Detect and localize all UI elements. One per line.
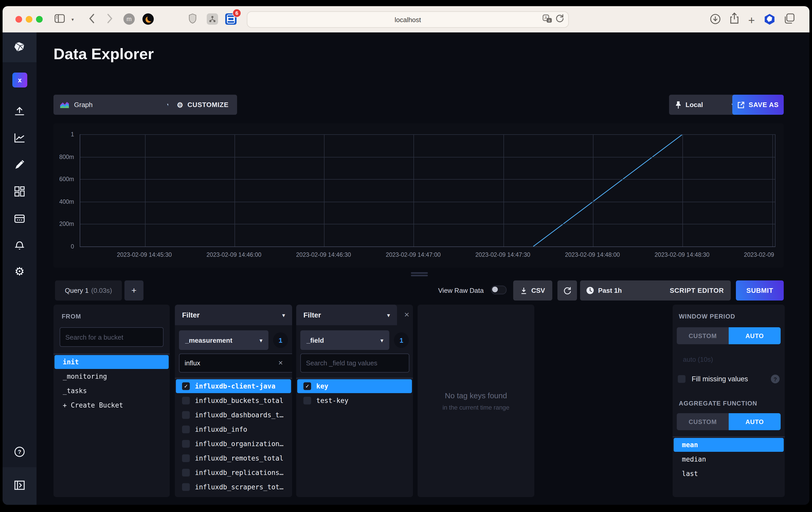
measurement-item[interactable]: ✓influxdb-client-java: [176, 379, 291, 393]
checkbox-icon[interactable]: [182, 440, 190, 448]
remove-filter-icon[interactable]: ×: [404, 310, 409, 320]
measurement-item[interactable]: influxdb_replications…: [176, 465, 291, 479]
clear-search-icon[interactable]: ×: [278, 358, 283, 367]
field-item[interactable]: ✓key: [297, 379, 412, 393]
bucket-item[interactable]: _tasks: [55, 384, 169, 398]
checkbox-checked-icon[interactable]: ✓: [303, 382, 311, 390]
checkbox-checked-icon[interactable]: ✓: [182, 382, 190, 390]
chevron-down-icon: ▾: [260, 337, 262, 343]
url-bar[interactable]: localhost: [247, 11, 569, 28]
window-auto-button[interactable]: AUTO: [729, 327, 781, 344]
alerts-icon[interactable]: [3, 235, 36, 255]
y-tick-label: 600m: [43, 176, 74, 182]
gridline: [80, 202, 775, 202]
script-editor-label: SCRIPT EDITOR: [670, 287, 724, 294]
influxdb-logo[interactable]: [3, 32, 36, 62]
aggregate-custom-button[interactable]: CUSTOM: [677, 413, 729, 430]
query-tab[interactable]: Query 1 (0.03s): [55, 280, 122, 300]
load-data-icon[interactable]: [3, 101, 36, 122]
sidebar-chevron-icon[interactable]: ▾: [71, 17, 74, 22]
share-icon[interactable]: [729, 12, 740, 25]
field-filter-panel: Filter ▾ × _field ▾ 1 ✓keytest-key: [296, 305, 413, 497]
filter-type-dropdown[interactable]: Filter ▾: [175, 305, 292, 325]
close-window-button[interactable]: [16, 16, 22, 23]
checkbox-icon[interactable]: [303, 397, 311, 404]
checkbox-icon[interactable]: [182, 454, 190, 462]
filter-type-dropdown[interactable]: Filter ▾: [296, 305, 397, 325]
aggregate-segmented: CUSTOM AUTO: [677, 413, 781, 430]
time-range-dropdown[interactable]: Past 1h ▾: [580, 280, 673, 300]
view-raw-data-toggle[interactable]: [491, 286, 506, 294]
divider: [54, 353, 170, 354]
org-avatar-button[interactable]: x: [12, 73, 27, 87]
bucket-search-input[interactable]: [60, 327, 164, 347]
script-editor-button[interactable]: SCRIPT EDITOR: [663, 280, 731, 300]
plot-area[interactable]: [80, 134, 776, 247]
aggregate-function-item[interactable]: mean: [674, 438, 784, 452]
bucket-item[interactable]: + Create Bucket: [55, 398, 169, 412]
dark-mode-extension-icon[interactable]: [142, 14, 154, 25]
add-query-button[interactable]: +: [124, 280, 143, 300]
checkbox-icon[interactable]: [182, 483, 190, 491]
new-tab-icon[interactable]: +: [748, 14, 755, 27]
notebooks-icon[interactable]: [3, 154, 36, 175]
visualization-type-dropdown[interactable]: Graph ▾: [54, 95, 176, 115]
bucket-item[interactable]: init: [55, 355, 169, 369]
scope-dropdown[interactable]: Local ▾: [669, 95, 741, 115]
help-tooltip-icon[interactable]: ?: [771, 375, 780, 383]
window-custom-button[interactable]: CUSTOM: [677, 327, 729, 344]
checkbox-icon[interactable]: [182, 411, 190, 419]
reload-icon[interactable]: [555, 14, 564, 23]
shield-extension-icon[interactable]: [189, 14, 197, 24]
measurement-item[interactable]: influxdb_dashboards_t…: [176, 408, 291, 422]
refresh-button[interactable]: [557, 280, 577, 300]
aggregate-function-item[interactable]: median: [674, 452, 784, 466]
dashboards-icon[interactable]: [3, 181, 36, 202]
help-icon[interactable]: ?: [3, 441, 36, 462]
zoom-window-button[interactable]: [36, 16, 43, 23]
profile-avatar[interactable]: m: [123, 14, 135, 25]
export-icon: [737, 101, 745, 108]
resize-handle[interactable]: [411, 275, 428, 276]
settings-icon[interactable]: ⚙: [3, 262, 36, 282]
save-as-button[interactable]: SAVE AS: [732, 95, 784, 115]
back-icon[interactable]: [88, 14, 95, 24]
measurement-tag-key-dropdown[interactable]: _measurement ▾: [179, 330, 268, 350]
resize-handle[interactable]: [411, 272, 428, 274]
expand-nav-icon[interactable]: [3, 475, 36, 495]
aggregate-function-item[interactable]: last: [674, 466, 784, 480]
measurement-item[interactable]: influxdb_info: [176, 422, 291, 436]
tab-overview-icon[interactable]: [784, 13, 795, 24]
measurement-item[interactable]: influxdb_remotes_total: [176, 451, 291, 465]
item-label: key: [316, 382, 328, 390]
field-search-input[interactable]: [300, 353, 409, 373]
influxdb-tab-favicon[interactable]: [764, 14, 776, 25]
submit-button[interactable]: SUBMIT: [736, 280, 784, 300]
gridline: [683, 134, 683, 246]
forward-icon[interactable]: [107, 14, 113, 24]
checkbox-icon[interactable]: [182, 397, 190, 404]
sidebar-toggle-icon[interactable]: [55, 14, 65, 23]
data-explorer-icon[interactable]: [3, 128, 36, 148]
measurement-item[interactable]: influxdb_scrapers_tot…: [176, 480, 291, 494]
measurement-item[interactable]: influxdb_buckets_total: [176, 394, 291, 407]
aggregate-function-list: meanmedianlast: [673, 438, 785, 480]
minimize-window-button[interactable]: [26, 16, 32, 23]
tasks-icon[interactable]: [3, 208, 36, 228]
translate-icon[interactable]: Aa: [543, 15, 552, 23]
measurement-search-input[interactable]: [179, 353, 292, 373]
clock-icon: [586, 287, 594, 294]
field-item[interactable]: test-key: [297, 394, 412, 407]
checkbox-icon[interactable]: [182, 425, 190, 433]
network-extension-icon[interactable]: [207, 14, 218, 25]
aggregate-auto-button[interactable]: AUTO: [729, 413, 781, 430]
checkbox-icon[interactable]: [182, 468, 190, 476]
empty-state-title: No tag keys found: [445, 391, 507, 400]
fill-missing-checkbox[interactable]: [678, 375, 686, 383]
customize-button[interactable]: ⚙ CUSTOMIZE: [168, 95, 237, 115]
downloads-icon[interactable]: [710, 14, 721, 25]
measurement-item[interactable]: influxdb_organization…: [176, 437, 291, 451]
csv-button[interactable]: CSV: [513, 280, 552, 300]
bucket-item[interactable]: _monitoring: [55, 369, 169, 383]
field-tag-key-dropdown[interactable]: _field ▾: [300, 330, 389, 350]
